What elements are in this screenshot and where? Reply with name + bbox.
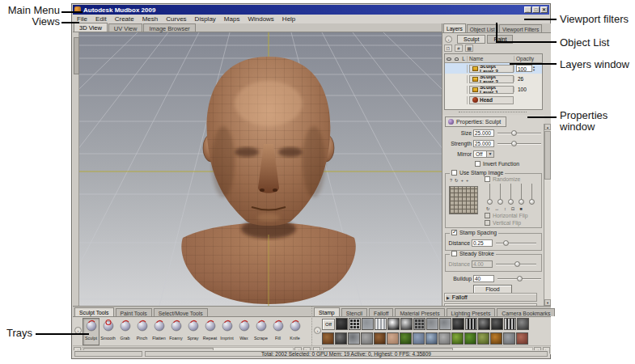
use-stamp-image-checkbox[interactable] [451,170,457,176]
tray-tab-falloff[interactable]: Falloff [369,308,393,316]
stamp-spacing-checkbox[interactable] [451,230,457,235]
scroll-thumb[interactable] [544,131,551,180]
duplicate-layer-icon[interactable]: # [455,44,463,52]
layer-name-chip[interactable]: Sculpt Layer 2 [469,75,514,83]
tray-tab-stencil[interactable]: Stencil [341,308,367,316]
maximize-button[interactable]: □ [532,6,540,13]
mirror-dropdown[interactable]: Off▼ [473,150,494,158]
menu-display[interactable]: Display [191,15,220,23]
viewport-left-scroll-thumb[interactable] [74,37,79,74]
steady-distance-input[interactable]: 4.00 [472,260,493,268]
tray-tab-paint-tools[interactable]: Paint Tools [116,308,152,316]
tool-foamy[interactable]: Foamy [167,318,184,345]
tool-pinch[interactable]: Pinch [133,318,150,345]
randomize-slider-5[interactable] [528,184,536,205]
layer-name-chip[interactable]: Head [469,96,514,104]
tool-imprint[interactable]: Imprint [218,318,235,345]
tray-collapse-button[interactable]: › [314,327,321,334]
invert-function-checkbox[interactable] [475,161,480,167]
layer-row-sculpt-layer-2[interactable]: Sculpt Layer 226 [445,74,542,84]
stamp-thumbnail[interactable] [425,332,438,345]
stamp-thumbnail[interactable] [503,332,515,345]
title-bar[interactable]: Autodesk Mudbox 2009 _ □ ✕ [73,5,549,15]
stamp-thumbnail[interactable] [451,332,464,345]
randomize-slider-4[interactable] [518,184,525,205]
stamp-thumbnail[interactable] [438,332,451,345]
steady-distance-slider[interactable] [496,260,536,268]
tool-knife[interactable]: Knife [286,318,303,345]
stamp-off-button[interactable]: Off [322,319,335,330]
randomize-slider-3[interactable] [507,184,514,205]
horizontal-flip-checkbox[interactable] [485,213,490,218]
stamp-thumbnail[interactable] [439,318,451,330]
tray-tab-camera-bookmarks[interactable]: Camera Bookmarks [497,308,555,316]
solid-icon[interactable]: ■ [519,206,522,211]
menu-mesh[interactable]: Mesh [138,15,163,23]
stamp-thumbnail[interactable] [322,332,334,345]
layer-row-head[interactable]: Head [445,95,542,105]
stamp-thumbnail[interactable] [362,318,374,330]
buildup-input[interactable]: 40 [473,275,494,282]
layer-grid-icon[interactable]: ▦ [465,44,473,52]
stamp-thumbnail[interactable] [516,332,528,345]
stamp-thumbnail[interactable] [348,332,360,345]
strength-slider[interactable] [497,140,541,147]
menu-help[interactable]: Help [278,15,299,23]
vertical-flip-checkbox[interactable] [485,220,490,226]
tab-layers[interactable]: Layers [443,23,466,32]
box-icon[interactable]: ⊡ [511,206,515,211]
spinner-arrows-icon[interactable]: ▲▼ [532,66,536,72]
viewport-left-scrollbar[interactable] [73,32,79,306]
tray-tab-sculpt-tools[interactable]: Sculpt Tools [74,307,114,316]
tool-smooth[interactable]: Smooth [99,318,116,345]
stamp-add2-icon[interactable]: + [466,178,468,183]
tool-sculpt[interactable]: Sculpt [83,318,99,345]
stamp-thumbnail[interactable] [477,332,489,345]
tray-tab-stamp[interactable]: Stamp [314,307,340,316]
randomize-checkbox[interactable] [485,176,490,182]
stamp-thumbnail[interactable] [490,332,502,345]
stamp-thumbnail[interactable] [375,318,387,330]
stamp-preview[interactable] [449,186,478,214]
buildup-slider[interactable] [497,275,541,282]
stamp-thumbnail[interactable] [387,318,400,330]
stamp-thumbnail[interactable] [464,332,476,345]
h-arrows-icon[interactable]: ↔ [495,206,500,211]
menu-create[interactable]: Create [111,15,138,23]
stamp-rotate-icon[interactable]: ↻ [455,178,459,183]
tool-fill[interactable]: Fill [269,318,286,345]
size-input[interactable]: 25.000 [473,129,494,137]
layer-name-chip[interactable]: Sculpt Layer 1 [469,86,514,94]
tab-object-list[interactable]: Object List [467,24,498,32]
tool-scrape[interactable]: Scrape [252,318,269,345]
new-layer-icon[interactable]: 🗋 [444,44,452,52]
stamp-thumbnail[interactable] [478,318,490,330]
stamp-thumbnail[interactable] [452,318,464,330]
tool-grab[interactable]: Grab [116,318,133,345]
stamp-thumbnail[interactable] [465,318,477,330]
tool-spray[interactable]: Spray [184,318,201,345]
stamp-thumbnail[interactable] [335,332,347,345]
randomize-slider-2[interactable] [497,184,504,205]
tool-flatten[interactable]: Flatten [150,318,167,345]
stamp-help-icon[interactable]: ? [450,178,452,183]
strength-input[interactable]: 25.000 [473,140,494,147]
scroll-up-icon[interactable]: ▲ [544,124,551,130]
layer-row-sculpt-layer-1[interactable]: Sculpt Layer 1100 [445,84,542,95]
rotate-icon[interactable]: ↻ [486,206,490,211]
stamp-thumbnail[interactable] [400,332,412,345]
scroll-down-icon[interactable]: ▼ [544,299,551,306]
stamp-thumbnail[interactable] [426,318,438,330]
stamp-thumbnail[interactable] [413,332,425,345]
menu-curves[interactable]: Curves [162,15,190,23]
stamp-thumbnail[interactable] [374,332,386,345]
randomize-slider-1[interactable] [486,184,493,205]
stamp-thumbnail[interactable] [491,318,503,330]
layer-name-chip[interactable]: Sculpt Layer 3 [469,65,514,73]
panel-collapse-button[interactable]: › [445,36,452,43]
opacity-value[interactable]: 100 [516,65,532,72]
menu-windows[interactable]: Windows [243,15,277,23]
properties-header[interactable]: Properties: Sculpt [445,116,506,127]
falloff-section[interactable]: ▶ Falloff [444,293,537,302]
stamp-thumbnail[interactable] [504,318,516,330]
